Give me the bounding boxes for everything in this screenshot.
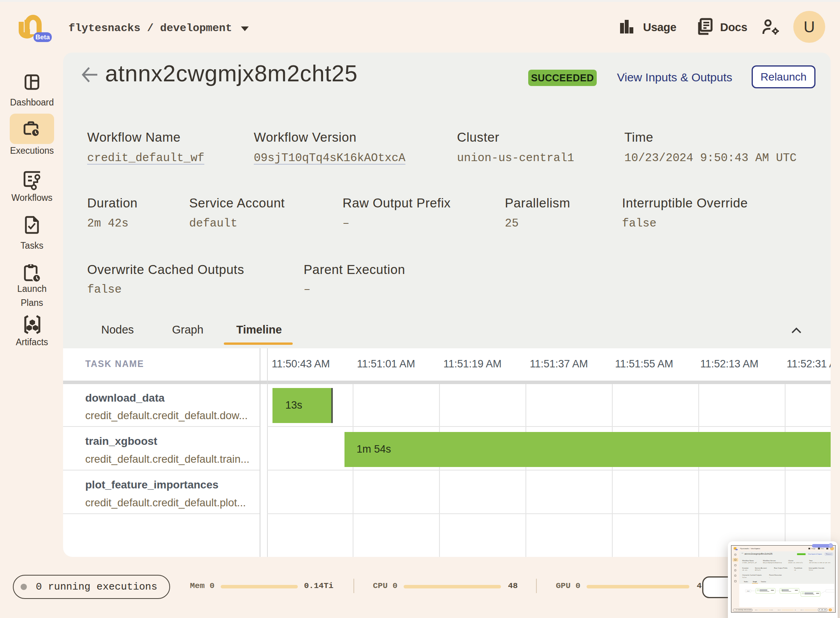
svg-text:start: start [747,590,750,592]
